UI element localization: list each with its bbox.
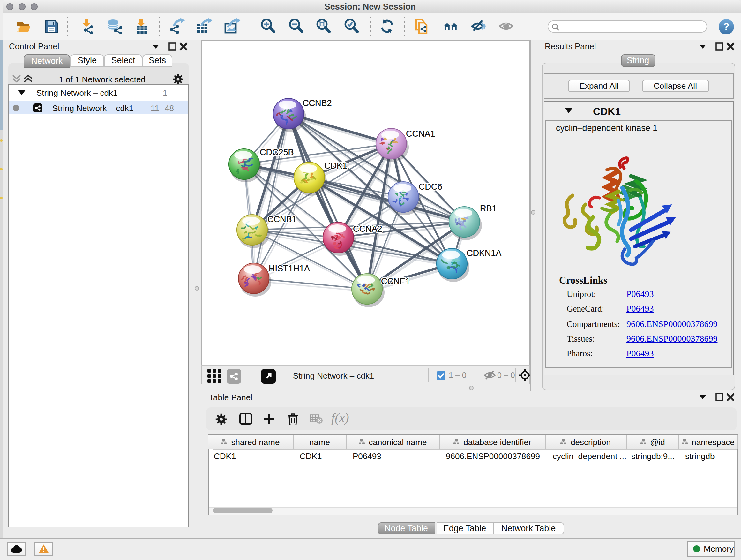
svg-text:CDC6: CDC6 (419, 182, 442, 192)
svg-text:CCNE1: CCNE1 (381, 276, 410, 286)
svg-text:CDK1: CDK1 (324, 161, 347, 171)
svg-text:CDKN1A: CDKN1A (467, 248, 502, 258)
svg-text:CCNB2: CCNB2 (302, 98, 332, 108)
svg-text:HIST1H1A: HIST1H1A (269, 264, 310, 273)
svg-text:CCNB1: CCNB1 (267, 214, 297, 224)
svg-text:CDC25B: CDC25B (260, 147, 294, 157)
svg-text:CCNA1: CCNA1 (406, 129, 435, 138)
svg-text:CCNA2: CCNA2 (353, 224, 382, 234)
svg-text:RB1: RB1 (480, 204, 497, 213)
